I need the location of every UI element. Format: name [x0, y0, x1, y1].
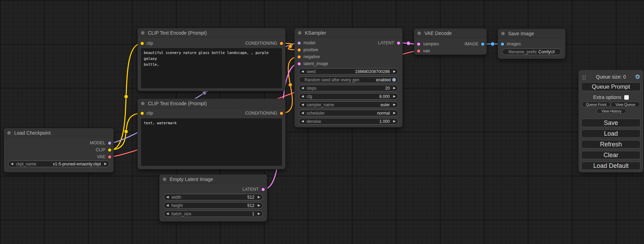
settings-gear-icon[interactable] — [634, 74, 641, 80]
arrow-left-icon[interactable]: ◀ — [166, 212, 169, 215]
node-clip-text-encode-positive[interactable]: CLIP Text Encode (Prompt) clip CONDITION… — [138, 28, 285, 91]
arrow-right-icon[interactable]: ▶ — [104, 162, 107, 165]
collapse-dot-icon[interactable] — [141, 31, 144, 35]
widget-steps[interactable]: ◀ steps 20 ▶ — [299, 85, 398, 91]
slot-dot-conditioning[interactable] — [280, 42, 283, 45]
arrow-right-icon[interactable]: ▶ — [258, 204, 260, 207]
slot-dot-conditioning[interactable] — [298, 55, 301, 58]
output-slot-latent[interactable]: LATENT — [242, 186, 267, 193]
widget-scheduler[interactable]: ◀ scheduler normal ▶ — [299, 110, 398, 116]
collapse-dot-icon[interactable] — [141, 102, 144, 105]
arrow-left-icon[interactable]: ◀ — [301, 95, 304, 98]
collapse-dot-icon[interactable] — [163, 178, 166, 181]
extra-options-checkbox[interactable] — [624, 95, 629, 100]
collapse-dot-icon[interactable] — [7, 131, 11, 135]
node-title-bar[interactable]: CLIP Text Encode (Prompt) — [138, 28, 285, 38]
collapse-dot-icon[interactable] — [417, 31, 421, 35]
output-slot-conditioning[interactable]: CONDITIONING — [245, 110, 285, 117]
arrow-right-icon[interactable]: ▶ — [393, 87, 396, 90]
arrow-right-icon[interactable]: ▶ — [258, 196, 260, 199]
arrow-left-icon[interactable]: ◀ — [11, 162, 13, 165]
arrow-right-icon[interactable]: ▶ — [393, 70, 396, 73]
input-slot-latent-image[interactable]: latent_image — [294, 60, 328, 67]
widget-seed[interactable]: ◀ seed 156680208700286 ▶ — [299, 68, 398, 75]
arrow-left-icon[interactable]: ◀ — [166, 196, 169, 199]
output-slot-clip[interactable]: CLIP — [96, 146, 114, 153]
widget-batch-size[interactable]: ◀ batch_size 1 ▶ — [164, 210, 263, 217]
node-clip-text-encode-negative[interactable]: CLIP Text Encode (Prompt) clip CONDITION… — [138, 99, 285, 169]
load-default-button[interactable]: Load Default — [581, 162, 641, 170]
slot-dot-clip[interactable] — [108, 148, 111, 152]
node-title-bar[interactable]: CLIP Text Encode (Prompt) — [138, 99, 285, 108]
load-button[interactable]: Load — [581, 129, 641, 138]
slot-dot-latent[interactable] — [298, 62, 301, 65]
input-slot-negative[interactable]: negative — [294, 53, 320, 60]
widget-random-seed-toggle[interactable]: Random seed after every gen enabled — [299, 76, 398, 83]
node-title-bar[interactable]: Load Checkpoint — [4, 128, 114, 138]
slot-dot-latent[interactable] — [397, 42, 400, 45]
clear-button[interactable]: Clear — [581, 151, 641, 159]
arrow-left-icon[interactable]: ◀ — [301, 111, 304, 115]
slot-dot-image[interactable] — [481, 43, 484, 46]
slot-dot-conditioning[interactable] — [298, 48, 301, 52]
node-save-image[interactable]: Save Image images filename_prefix ComfyU… — [498, 29, 565, 59]
collapse-dot-icon[interactable] — [501, 32, 505, 35]
node-title-bar[interactable]: KSampler — [294, 28, 403, 38]
slot-dot-image[interactable] — [501, 43, 504, 46]
output-slot-image[interactable]: IMAGE — [465, 40, 487, 47]
arrow-right-icon[interactable]: ▶ — [393, 103, 396, 106]
input-slot-clip[interactable]: clip — [138, 110, 153, 117]
arrow-left-icon[interactable]: ◀ — [301, 70, 304, 73]
widget-width[interactable]: ◀ width 512 ▶ — [164, 194, 263, 200]
arrow-right-icon[interactable]: ▶ — [393, 120, 396, 123]
view-history-button[interactable]: View History — [597, 109, 626, 114]
node-load-checkpoint[interactable]: Load Checkpoint MODEL CLIP VAE ◀ ckpt_na… — [4, 128, 114, 172]
input-slot-model[interactable]: model — [294, 39, 315, 46]
input-slot-samples[interactable]: samples — [414, 40, 439, 47]
input-slot-clip[interactable]: clip — [138, 40, 153, 47]
slot-dot-latent[interactable] — [417, 43, 420, 46]
output-slot-model[interactable]: MODEL — [90, 139, 114, 146]
node-vae-decode[interactable]: VAE Decode samples IMAGE vae — [414, 28, 487, 55]
arrow-right-icon[interactable]: ▶ — [258, 212, 260, 215]
queue-prompt-button[interactable]: Queue Prompt — [581, 82, 641, 91]
save-button[interactable]: Save — [581, 119, 641, 127]
arrow-left-icon[interactable]: ◀ — [301, 120, 304, 123]
widget-height[interactable]: ◀ height 512 ▶ — [164, 202, 263, 209]
slot-dot-clip[interactable] — [141, 42, 144, 45]
arrow-right-icon[interactable]: ▶ — [393, 111, 396, 115]
arrow-left-icon[interactable]: ◀ — [301, 87, 304, 90]
node-title-bar[interactable]: Save Image — [498, 29, 565, 38]
input-slot-positive[interactable]: positive — [294, 46, 318, 53]
arrow-left-icon[interactable]: ◀ — [301, 103, 304, 106]
node-title-bar[interactable]: Empty Latent Image — [159, 174, 267, 184]
node-empty-latent-image[interactable]: Empty Latent Image LATENT ◀ width 512 ▶ … — [159, 174, 267, 222]
slot-dot-model[interactable] — [108, 142, 111, 145]
widget-cfg[interactable]: ◀ cfg 8.000 ▶ — [299, 93, 398, 100]
node-title-bar[interactable]: VAE Decode — [414, 28, 487, 38]
view-queue-button[interactable]: View Queue — [611, 102, 640, 107]
queue-front-button[interactable]: Queue Front — [582, 102, 610, 107]
output-slot-conditioning[interactable]: CONDITIONING — [245, 40, 285, 47]
node-ksampler[interactable]: KSampler model LATENT positive negative — [294, 28, 403, 127]
collapse-dot-icon[interactable] — [298, 31, 301, 35]
slot-dot-vae[interactable] — [417, 49, 420, 53]
slot-dot-latent[interactable] — [262, 188, 265, 191]
slot-dot-vae[interactable] — [108, 155, 111, 159]
widget-denoise[interactable]: ◀ denoise 1.000 ▶ — [299, 118, 398, 125]
slot-dot-clip[interactable] — [141, 112, 144, 115]
arrow-left-icon[interactable]: ◀ — [166, 204, 169, 207]
output-slot-latent[interactable]: LATENT — [378, 39, 403, 46]
refresh-button[interactable]: Refresh — [581, 140, 641, 148]
graph-canvas[interactable]: CLIP Text Encode (Prompt) clip CONDITION… — [0, 0, 644, 244]
queue-panel[interactable]: Queue size: 0 Queue Prompt Extra options… — [579, 70, 643, 172]
slot-dot-model[interactable] — [298, 42, 301, 45]
widget-sampler-name[interactable]: ◀ sampler_name euler ▶ — [299, 101, 398, 108]
arrow-right-icon[interactable]: ▶ — [393, 95, 396, 98]
output-slot-vae[interactable]: VAE — [97, 153, 114, 160]
prompt-textarea[interactable]: beautiful scenery nature glass bottle la… — [141, 48, 282, 88]
widget-ckpt-name[interactable]: ◀ ckpt_name v1-5-pruned-emaonly.ckpt ▶ — [8, 161, 109, 167]
slot-dot-conditioning[interactable] — [280, 112, 283, 115]
prompt-textarea[interactable]: text, watermark — [141, 118, 282, 166]
toggle-dot[interactable] — [392, 78, 396, 82]
